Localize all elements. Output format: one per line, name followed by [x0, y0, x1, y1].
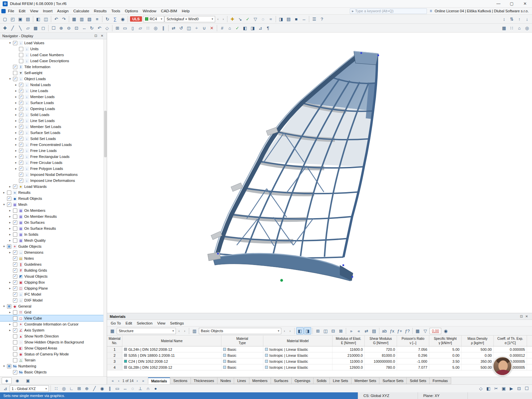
tree-item-surface-loads[interactable]: ▸↓Surface Loads: [0, 100, 107, 106]
load-case-combo[interactable]: Schräglauf + Wind0 ▾: [165, 16, 215, 22]
tree-item-ifc-model[interactable]: ⌂IFC Model: [0, 291, 107, 297]
open-model-icon[interactable]: ◰: [9, 15, 16, 23]
checkbox[interactable]: [13, 322, 17, 327]
ortho-mode-icon[interactable]: ∟: [68, 385, 75, 392]
menu-cad-bim[interactable]: CAD-BIM: [159, 8, 180, 14]
insert-solid-icon[interactable]: ▩: [32, 24, 39, 32]
tab-members[interactable]: Members: [249, 377, 271, 384]
add-row-icon[interactable]: ⊞: [314, 327, 322, 334]
expand-arrow-icon[interactable]: ▾: [2, 245, 6, 248]
plane-xz-icon[interactable]: ▱: [137, 24, 144, 32]
tab-nodes[interactable]: Nodes: [217, 377, 234, 384]
assign-load-icon[interactable]: ↘: [236, 15, 244, 23]
tree-item-clipping-plane[interactable]: ▸◫Clipping Plane: [0, 285, 107, 291]
checkbox[interactable]: [13, 41, 17, 45]
tab-sections[interactable]: Sections: [170, 377, 191, 384]
insert-surface-icon[interactable]: ▱: [24, 24, 32, 32]
center-snap-icon[interactable]: ◌: [129, 385, 136, 392]
table-group-icon[interactable]: ▦: [109, 327, 116, 334]
tree-item-numbering[interactable]: ▾№Numbering: [0, 363, 107, 369]
menu-assign[interactable]: Assign: [55, 8, 71, 14]
checkbox[interactable]: [13, 238, 17, 243]
tree-item-show-clipped-areas[interactable]: ◧Show Clipped Areas: [0, 345, 107, 351]
expand-arrow-icon[interactable]: ▸: [8, 287, 12, 290]
checkbox[interactable]: [19, 89, 23, 93]
expand-arrow-icon[interactable]: ▸: [8, 329, 12, 332]
minimize-button[interactable]: —: [494, 1, 503, 6]
checkbox[interactable]: [13, 370, 17, 374]
checkbox[interactable]: [19, 149, 23, 153]
highlight-in-graphic-icon[interactable]: ◨: [304, 327, 311, 334]
perpendicular-snap-icon[interactable]: ⊥: [137, 385, 144, 392]
tab-line-sets[interactable]: Line Sets: [330, 377, 351, 384]
redo-icon[interactable]: ↷: [60, 15, 67, 23]
zoom-window-icon[interactable]: ⊡: [73, 24, 80, 32]
tab-member-sets[interactable]: Member Sets: [351, 377, 379, 384]
tree-item-guidelines[interactable]: ∥Guidelines: [0, 261, 107, 267]
tree-item-basic-objects[interactable]: №Basic Objects: [0, 369, 107, 375]
maximize-button[interactable]: ▢: [507, 1, 516, 6]
snap-toggle-icon[interactable]: ∷: [508, 24, 515, 32]
plane-yz-icon[interactable]: ▯: [129, 24, 136, 32]
tree-item-mesh[interactable]: ▾▦Mesh: [0, 201, 107, 207]
close-button[interactable]: ✕: [521, 1, 529, 6]
checkbox[interactable]: [13, 280, 17, 285]
coordinate-system-combo[interactable]: 1 - Global XYZ ▾: [10, 385, 49, 392]
section-view-icon[interactable]: ⊿: [257, 24, 264, 32]
checkbox[interactable]: [13, 298, 17, 303]
table-type-icon[interactable]: ▥: [191, 327, 198, 334]
checkbox[interactable]: [7, 304, 11, 309]
expand-arrow-icon[interactable]: ▸: [8, 221, 12, 224]
tree-item-surface-set-loads[interactable]: ▸↓Surface Set Loads: [0, 130, 107, 136]
font-style-icon[interactable]: ab: [381, 327, 388, 334]
tree-item-terrain[interactable]: △Terrain: [0, 357, 107, 363]
table-row[interactable]: 2S355 | DIN 18800-1:2008-11BasicIsotropi…: [107, 352, 532, 358]
tab-materials[interactable]: Materials: [148, 377, 171, 384]
tab-lines[interactable]: Lines: [234, 377, 249, 384]
materials-menu-view[interactable]: View: [155, 321, 168, 326]
navigator-close-icon[interactable]: ✕: [100, 34, 104, 38]
save-model-icon[interactable]: ▣: [17, 15, 24, 23]
tree-item-guide-objects[interactable]: ▾+Guide Objects: [0, 243, 107, 249]
expand-arrow-icon[interactable]: ▸: [14, 95, 18, 98]
expand-arrow-icon[interactable]: ▾: [8, 77, 12, 80]
checkbox[interactable]: [13, 250, 17, 255]
tree-item-free-line-loads[interactable]: ▸↓Free Line Loads: [0, 148, 107, 154]
expand-arrow-icon[interactable]: ▾: [2, 203, 6, 206]
checkbox[interactable]: [13, 268, 17, 273]
user-avatar[interactable]: [493, 356, 512, 376]
expand-arrow-icon[interactable]: ▸: [14, 89, 18, 92]
rotate-copy-icon[interactable]: ↺: [178, 24, 185, 32]
previous-page-button[interactable]: ‹: [116, 379, 121, 383]
menu-help[interactable]: Help: [180, 8, 192, 14]
tree-item-view-cube[interactable]: ◻View Cube: [0, 315, 107, 321]
tree-item-on-member-results[interactable]: ▸▦On Member Results: [0, 213, 107, 219]
checkbox[interactable]: [19, 53, 23, 57]
column-header-shear-modulus[interactable]: Shear ModulusG [N/mm²]: [365, 335, 397, 346]
expand-arrow-icon[interactable]: ▸: [8, 185, 12, 188]
decimal-places-value[interactable]: 0,00: [430, 328, 441, 334]
layers-icon[interactable]: ⌂: [516, 24, 523, 32]
expand-arrow-icon[interactable]: ▸: [8, 311, 12, 314]
next-category-button[interactable]: ›: [288, 327, 293, 334]
tree-item-self-weight[interactable]: ▼Self-weight: [0, 70, 107, 76]
column-header-mass-density[interactable]: Mass Densityρ [kg/m³]: [462, 335, 494, 346]
fullscreen-icon[interactable]: ⊡: [515, 385, 523, 392]
tree-item-show-hidden-objects-in-background[interactable]: ◌Show Hidden Objects in Background: [0, 339, 107, 345]
delete-objects-icon[interactable]: ✕: [208, 24, 215, 32]
license-menu-icon[interactable]: ≡: [430, 9, 432, 13]
grid-snap-icon[interactable]: ∷: [144, 24, 152, 32]
scrollbar-thumb[interactable]: [104, 111, 107, 157]
checkbox[interactable]: [13, 274, 17, 279]
formula-check-icon[interactable]: ƒ?: [404, 327, 411, 334]
checkbox[interactable]: [19, 143, 23, 147]
formula-edit-icon[interactable]: ƒ+: [396, 327, 403, 334]
checkbox[interactable]: [19, 155, 23, 159]
checkbox[interactable]: [19, 131, 23, 135]
node-snap-icon[interactable]: ●: [152, 385, 159, 392]
undo-icon[interactable]: ↶: [53, 15, 60, 23]
materials-float-icon[interactable]: ⊡: [519, 315, 524, 318]
expand-arrow-icon[interactable]: ▸: [14, 113, 18, 116]
grid-toggle-icon[interactable]: ∷: [53, 385, 60, 392]
checkbox[interactable]: [19, 119, 23, 123]
